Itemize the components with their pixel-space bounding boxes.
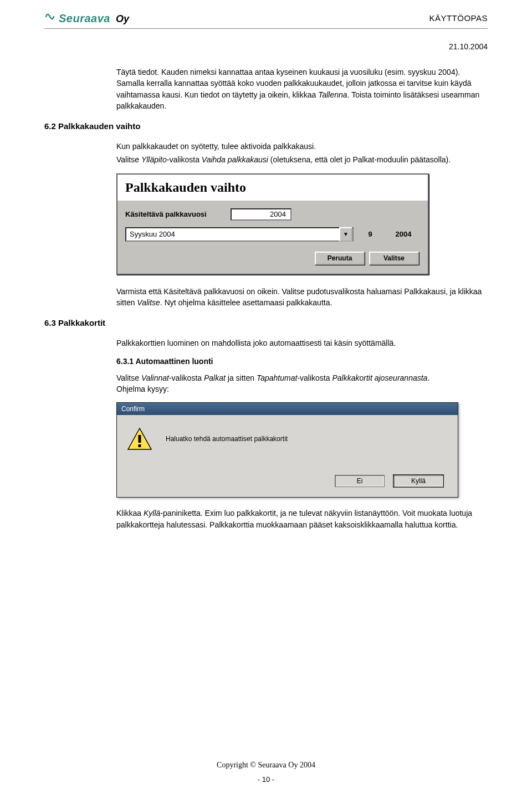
brand-name: Seuraava	[59, 12, 110, 25]
logo-mark-icon	[44, 11, 55, 22]
brand-logo: Seuraava Oy	[44, 11, 129, 25]
section-6-3-heading: 6.3 Palkkakortit	[44, 318, 488, 327]
copyright-text: Copyright © Seuraava Oy 2004	[0, 761, 532, 770]
section-6-2-heading: 6.2 Palkkakauden vaihto	[44, 121, 488, 131]
chevron-down-icon[interactable]: ▼	[339, 227, 352, 242]
confirm-title: Confirm	[117, 403, 458, 415]
month-number: 9	[359, 230, 381, 238]
paragraph-cards-intro: Palkkakorttien luominen on mahdollista j…	[116, 337, 482, 349]
dialog-title: Palkkakauden vaihto	[117, 175, 428, 201]
paragraph-auto-create: Valitse Valinnat-valikosta Palkat ja sit…	[116, 372, 482, 395]
page-number: - 10 -	[0, 775, 532, 783]
period-combo[interactable]: Syyskuu 2004 ▼	[125, 227, 354, 242]
paragraph-click-yes: Klikkaa Kyllä-paniniketta. Exim luo palk…	[116, 508, 482, 530]
year-input[interactable]: 2004	[231, 208, 291, 221]
guide-title: KÄYTTÖOPAS	[429, 11, 488, 23]
paragraph-intro: Täytä tiedot. Kauden nimeksi kannattaa a…	[116, 66, 482, 111]
svg-rect-1	[139, 435, 141, 443]
paragraph-verify: Varmista että Käsiteltävä palkkavuosi on…	[116, 286, 482, 309]
document-date: 21.10.2004	[44, 42, 488, 51]
no-button[interactable]: Ei	[335, 475, 385, 487]
brand-suffix: Oy	[116, 13, 129, 25]
confirm-message: Haluatko tehdä automaattiset palkkakorti…	[166, 435, 288, 443]
combo-value: Syyskuu 2004	[130, 230, 175, 238]
yes-button[interactable]: Kyllä	[393, 475, 443, 487]
paragraph-activate: Kun palkkakaudet on syötetty, tulee akti…	[116, 141, 482, 152]
section-6-3-1-heading: 6.3.1 Automaattinen luonti	[116, 357, 482, 366]
year-label: Käsiteltävä palkkavuosi	[125, 210, 225, 218]
select-button[interactable]: Valitse	[369, 252, 419, 265]
confirm-dialog: Confirm Haluatko tehdä automaattiset pal…	[116, 402, 458, 498]
cancel-button[interactable]: Peruuta	[315, 252, 365, 265]
header-divider	[44, 28, 488, 29]
svg-rect-2	[139, 444, 141, 447]
paragraph-yllapito: Valitse Ylläpito-valikosta Vaihda palkka…	[116, 154, 482, 165]
warning-icon	[127, 427, 152, 450]
year-number: 2004	[387, 230, 420, 238]
period-change-dialog: Palkkakauden vaihto Käsiteltävä palkkavu…	[116, 173, 429, 275]
